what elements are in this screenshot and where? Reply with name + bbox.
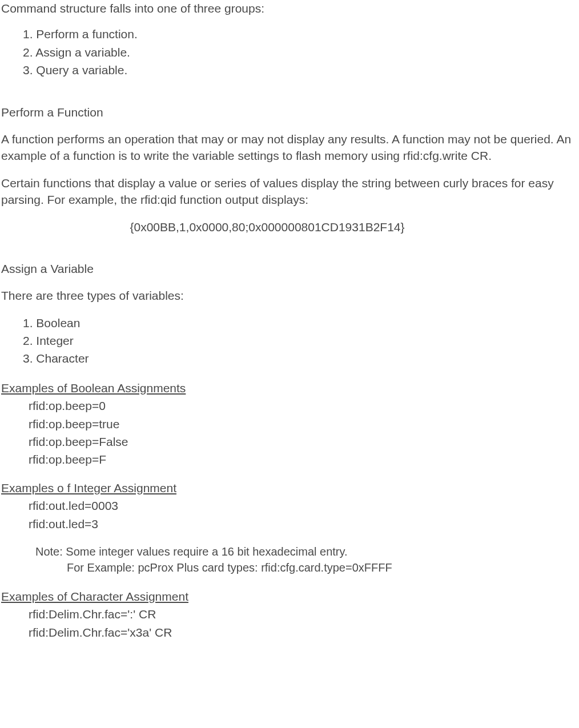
- integer-examples-heading: Examples o f Integer Assignment: [1, 480, 579, 496]
- example-line: rfid:Delim.Chr.fac='x3a' CR: [29, 624, 579, 641]
- assign-heading: Assign a Variable: [1, 260, 579, 277]
- example-line: rfid:op.beep=False: [29, 433, 579, 450]
- perform-para1: A function performs an operation that ma…: [1, 131, 579, 164]
- qid-output-code: {0x00BB,1,0x0000,80;0x000000801CD1931B2F…: [1, 219, 579, 235]
- example-line: rfid:out.led=0003: [29, 497, 579, 514]
- list-item: 2. Assign a variable.: [23, 44, 579, 61]
- intro-text: Command structure falls into one of thre…: [1, 0, 579, 17]
- character-examples-heading: Examples of Character Assignment: [1, 588, 579, 605]
- list-item: 3. Query a variable.: [23, 62, 579, 78]
- character-examples: rfid:Delim.Chr.fac=':' CR rfid:Delim.Chr…: [29, 606, 579, 641]
- example-line: rfid:Delim.Chr.fac=':' CR: [29, 606, 579, 622]
- list-item: 2. Integer: [23, 332, 579, 349]
- note-line: For Example: pcProx Plus card types: rfi…: [67, 560, 579, 576]
- groups-list: 1. Perform a function. 2. Assign a varia…: [23, 26, 579, 78]
- note-line: Note: Some integer values require a 16 b…: [35, 544, 579, 560]
- variable-types-list: 1. Boolean 2. Integer 3. Character: [23, 315, 579, 367]
- list-item: 1. Perform a function.: [23, 26, 579, 42]
- example-line: rfid:op.beep=0: [29, 397, 579, 414]
- assign-intro: There are three types of variables:: [1, 287, 579, 304]
- perform-heading: Perform a Function: [1, 104, 579, 120]
- example-line: rfid:op.beep=F: [29, 451, 579, 468]
- list-item: 3. Character: [23, 350, 579, 367]
- integer-examples: rfid:out.led=0003 rfid:out.led=3: [29, 497, 579, 532]
- example-line: rfid:op.beep=true: [29, 416, 579, 432]
- boolean-examples: rfid:op.beep=0 rfid:op.beep=true rfid:op…: [29, 397, 579, 468]
- example-line: rfid:out.led=3: [29, 516, 579, 532]
- list-item: 1. Boolean: [23, 315, 579, 331]
- boolean-examples-heading: Examples of Boolean Assignments: [1, 380, 579, 396]
- perform-para2: Certain functions that display a value o…: [1, 175, 579, 208]
- integer-note: Note: Some integer values require a 16 b…: [35, 544, 579, 576]
